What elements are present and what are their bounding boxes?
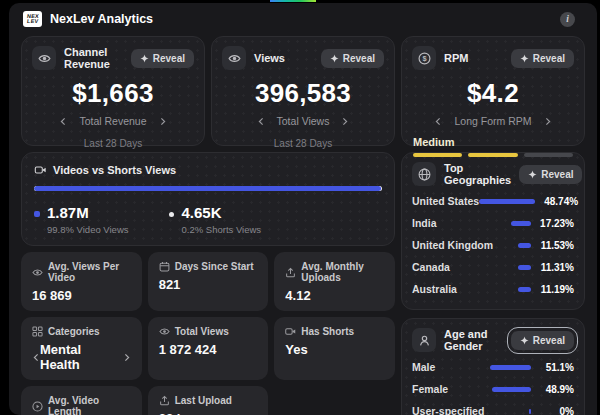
tile-value: Yes xyxy=(285,342,384,357)
play-circle-icon xyxy=(32,401,43,412)
has-shorts-tile: Has Shorts Yes xyxy=(274,317,395,380)
reveal-label: Reveal xyxy=(541,169,573,180)
grid-icon xyxy=(32,326,43,337)
dollar-icon: $ xyxy=(412,46,436,70)
person-icon xyxy=(412,328,436,352)
value-bar xyxy=(479,199,535,204)
chevron-left-icon[interactable] xyxy=(59,117,67,126)
views-card: Views Reveal 396,583 Total Views Last 28… xyxy=(211,36,395,146)
app-title: NexLev Analytics xyxy=(50,12,153,26)
card-title: Age and Gender xyxy=(444,328,503,352)
tile-header: Days Since Start xyxy=(159,261,258,272)
avg-monthly-uploads-tile: Avg. Monthly Uploads 4.12 xyxy=(274,252,395,311)
tile-header: Has Shorts xyxy=(285,326,384,337)
date-range-label: Last 28 Days xyxy=(22,138,204,149)
geography-row: United States 48.74% xyxy=(412,190,574,212)
geography-row: Australia 11.19% xyxy=(412,278,574,300)
card-title: Top Geographies xyxy=(444,162,511,186)
metric-selector: Long Form RPM xyxy=(402,115,584,127)
top-geographies-card: Top Geographies Reveal United States 48.… xyxy=(401,152,585,310)
sparkle-icon xyxy=(330,54,339,63)
tile-header: Avg. Video Length xyxy=(32,395,131,415)
country-label: United States xyxy=(412,195,479,207)
card-title: Videos vs Shorts Views xyxy=(53,164,176,176)
eye-icon xyxy=(222,46,246,70)
value-bar xyxy=(518,287,531,292)
reveal-button[interactable]: Reveal xyxy=(131,49,194,68)
geography-row: Canada 11.31% xyxy=(412,256,574,278)
chevron-right-icon[interactable] xyxy=(123,353,131,362)
right-column: Top Geographies Reveal United States 48.… xyxy=(401,152,585,415)
selector-label: Long Form RPM xyxy=(454,115,531,127)
gender-row: Female 48.9% xyxy=(412,378,574,400)
lower-section: Videos vs Shorts Views 1.87M 99.8% Video… xyxy=(21,152,585,415)
reveal-label: Reveal xyxy=(533,53,565,64)
card-title: RPM xyxy=(444,52,468,64)
video-camera-icon xyxy=(285,326,296,337)
svg-text:$: $ xyxy=(422,54,426,63)
rpm-header: $ RPM Reveal xyxy=(402,37,584,70)
video-views-legend-item: 1.87M 99.8% Video Views xyxy=(34,204,129,235)
upload-icon xyxy=(285,267,296,278)
tile-label: Avg. Views Per Video xyxy=(48,261,131,283)
tile-label: Total Views xyxy=(175,326,229,337)
app-header: NEX LEV NexLev Analytics i xyxy=(9,3,597,33)
tile-label: Has Shorts xyxy=(301,326,354,337)
chevron-right-icon[interactable] xyxy=(159,117,167,126)
reveal-label: Reveal xyxy=(343,53,375,64)
meter-segment xyxy=(468,153,517,157)
upload-icon xyxy=(159,395,170,406)
value-bar xyxy=(518,265,531,270)
nexlev-logo: NEX LEV xyxy=(23,11,42,27)
chevron-right-icon[interactable] xyxy=(341,117,349,126)
tile-header: Avg. Views Per Video xyxy=(32,261,131,283)
sparkle-icon xyxy=(520,336,529,345)
chevron-left-icon[interactable] xyxy=(434,117,442,126)
country-label: Canada xyxy=(412,261,518,273)
channel-revenue-card: Channel Revenue Reveal $1,663 Total Reve… xyxy=(21,36,205,146)
chevron-right-icon[interactable] xyxy=(544,117,552,126)
gender-percent: 0% xyxy=(537,406,574,415)
tile-header: Categories xyxy=(32,326,131,337)
card-title: Channel Revenue xyxy=(64,46,123,70)
country-label: United Kingdom xyxy=(412,239,518,251)
gender-label: User-specified xyxy=(412,405,529,415)
sparkle-icon xyxy=(528,170,537,179)
tile-label: Categories xyxy=(48,326,100,337)
selector-label: Total Revenue xyxy=(79,115,146,127)
tile-value: 22 hours ago xyxy=(159,411,258,415)
reveal-button[interactable]: Reveal xyxy=(519,165,582,184)
sparkle-icon xyxy=(140,54,149,63)
tile-header: Last Upload xyxy=(159,395,258,406)
stat-tile-grid: Avg. Views Per Video 16 869 Days Since S… xyxy=(21,252,395,415)
avg-video-length-tile: Avg. Video Length 10 min 24 sec xyxy=(21,386,142,415)
tile-value: 16 869 xyxy=(32,288,131,303)
card-title: Views xyxy=(254,52,285,64)
rpm-value: $4.2 xyxy=(402,78,584,109)
views-legend: 1.87M 99.8% Video Views 4.65K 0.2% Short… xyxy=(22,191,394,235)
tile-header: Total Views xyxy=(159,326,258,337)
chevron-left-icon[interactable] xyxy=(32,353,40,362)
reveal-button[interactable]: Reveal xyxy=(511,49,574,68)
value-bar xyxy=(492,387,531,392)
country-percent: 48.74% xyxy=(541,196,578,207)
meter-segment xyxy=(524,153,573,157)
tile-value: 821 xyxy=(159,277,258,292)
white-dot-icon xyxy=(169,212,174,217)
days-since-start-tile: Days Since Start 821 xyxy=(148,252,269,311)
reveal-label: Reveal xyxy=(153,53,185,64)
reveal-button-highlighted[interactable]: Reveal xyxy=(511,331,574,350)
video-camera-icon xyxy=(34,164,47,176)
age-gender-header: Age and Gender Reveal xyxy=(402,319,584,352)
tile-label: Days Since Start xyxy=(175,261,254,272)
reveal-button[interactable]: Reveal xyxy=(321,49,384,68)
views-value: 396,583 xyxy=(212,78,394,109)
country-label: Australia xyxy=(412,283,518,295)
left-column: Videos vs Shorts Views 1.87M 99.8% Video… xyxy=(21,152,395,415)
chevron-left-icon[interactable] xyxy=(257,117,265,126)
tile-header: Avg. Monthly Uploads xyxy=(285,261,384,283)
age-gender-card: Age and Gender Reveal Male 51.1% xyxy=(401,318,585,415)
info-icon[interactable]: i xyxy=(560,12,575,27)
tile-label: Last Upload xyxy=(175,395,232,406)
video-views-bar xyxy=(34,186,381,191)
